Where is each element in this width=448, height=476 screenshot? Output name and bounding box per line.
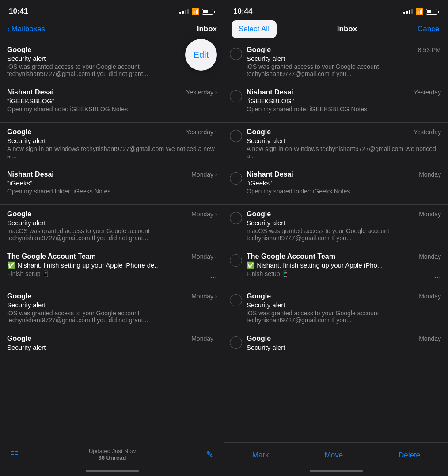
email-subject: Security alert [247,137,441,144]
signal-icon-1 [179,9,189,14]
email-preview: Finish setup 📱 [7,270,217,277]
email-time: Yesterday › [186,89,217,96]
email-subject: Security alert [7,137,217,144]
table-row[interactable]: Nishant Desai Yesterday "iGEEKSBLOG" Ope… [224,83,448,123]
email-time: Monday [419,171,441,178]
select-circle[interactable] [230,212,242,224]
email-preview: iOS was granted access to your Google ac… [7,63,217,77]
email-sender: Google [247,128,271,136]
email-subject: Security alert [7,344,217,351]
more-icon: ··· [210,273,217,282]
email-sender: Google [7,46,31,54]
table-row[interactable]: Google Monday › Security alert macOS was… [0,205,224,247]
status-time-1: 10:41 [9,7,28,16]
table-row[interactable]: Google 8:53 PM Security alert iOS was gr… [224,41,448,83]
status-bar-1: 10:41 📶 [0,0,224,19]
inbox-title-1: Inbox [197,25,217,34]
unread-count: 36 Unread [89,454,136,461]
back-button-1[interactable]: ‹ Mailboxes [7,25,45,34]
inbox-title-2: Inbox [337,25,357,34]
email-preview: Finish setup 📱 [247,270,441,277]
email-content: Google Monday Security alert macOS was g… [247,210,441,242]
email-preview: Open my shared folder: iGeeks Notes [7,188,217,195]
email-content: Google Yesterday › Security alert A new … [7,128,217,159]
status-time-2: 10:44 [233,7,252,16]
table-row[interactable]: The Google Account Team Monday › ✅ Nisha… [0,247,224,287]
email-preview: A new sign-in on Windows techynishant972… [7,145,217,159]
table-row[interactable]: Google Monday Security alert [224,329,448,369]
table-row[interactable]: Google Monday Security alert macOS was g… [224,205,448,247]
cancel-button[interactable]: Cancel [418,25,441,34]
select-circle[interactable] [230,172,242,185]
email-content: Nishant Desai Yesterday › "iGEEKSBLOG" O… [7,88,217,113]
select-circle[interactable] [230,48,242,60]
edit-button[interactable]: Edit [185,39,217,71]
email-preview: macOS was granted access to your Google … [247,227,441,242]
table-row[interactable]: Google Monday › Security alert [0,329,224,369]
select-circle[interactable] [230,336,242,349]
move-button[interactable]: Move [325,451,343,460]
email-content: The Google Account Team Monday ✅ Nishant… [247,253,441,277]
table-row[interactable]: Google Monday › Security alert iOS was g… [0,287,224,329]
nav-bar-2: Select All Inbox Cancel [224,19,448,41]
table-row[interactable]: Google Monday Security alert iOS was gra… [224,287,448,329]
email-preview: Open my shared note: iGEEKSBLOG Notes [247,106,441,113]
email-subject: Security alert [247,344,441,351]
email-sender: Google [247,46,271,54]
compose-icon[interactable]: ✎ [206,449,213,460]
email-sender: Nishant Desai [247,170,293,178]
email-time: Monday › [191,335,217,342]
email-time: Yesterday [414,128,441,136]
email-sender: Nishant Desai [7,88,54,96]
email-content: Google 8:53 PM Security alert iOS was gr… [247,46,441,77]
email-subject: "iGEEKSBLOG" [247,97,441,105]
table-row[interactable]: The Google Account Team Monday ✅ Nishant… [224,247,448,287]
table-row[interactable]: Google Yesterday Security alert A new si… [224,123,448,165]
email-preview: iOS was granted access to your Google ac… [7,310,217,324]
mark-button[interactable]: Mark [252,451,269,460]
email-subject: ✅ Nishant, finish setting up your Apple … [247,261,441,269]
select-circle[interactable] [230,90,242,102]
bottom-toolbar: Mark Move Delete [224,442,448,467]
nav-bar-1: ‹ Mailboxes Inbox Edit [0,19,224,41]
email-content: Google Monday › Security alert [7,335,217,352]
select-circle[interactable] [230,294,242,306]
email-subject: Security alert [247,219,441,227]
table-row[interactable]: Nishant Desai Monday › "iGeeks" Open my … [0,165,224,205]
email-sender: Google [7,128,31,136]
email-content: Nishant Desai Monday "iGeeks" Open my sh… [247,170,441,195]
status-icons-1: 📶 [179,8,215,15]
email-list-2: Google 8:53 PM Security alert iOS was gr… [224,41,448,442]
email-preview: iOS was granted access to your Google ac… [247,310,441,324]
email-content: Google Monday › Security alert iOS was g… [7,292,217,324]
select-circle[interactable] [230,254,242,267]
delete-button[interactable]: Delete [399,451,420,460]
email-subject: Security alert [7,219,217,227]
email-sender: Nishant Desai [7,170,54,178]
email-sender: Nishant Desai [247,88,293,96]
more-icon: ··· [434,273,441,282]
email-sender: Google [7,335,31,343]
table-row[interactable]: Nishant Desai Monday "iGeeks" Open my sh… [224,165,448,205]
email-time: Monday [419,293,441,300]
home-indicator-2 [224,467,448,476]
mailboxes-link[interactable]: Mailboxes [11,25,46,34]
footer-1: ☷ Updated Just Now 36 Unread ✎ [0,441,224,467]
select-circle[interactable] [230,130,242,142]
email-sender: Google [7,210,31,218]
select-all-button[interactable]: Select All [232,20,277,38]
email-preview: Open my shared note: iGEEKSBLOG Notes [7,106,217,113]
table-row[interactable]: Google Yesterday › Security alert A new … [0,123,224,165]
home-indicator-1 [0,467,224,476]
filter-icon[interactable]: ☷ [11,449,19,460]
email-sender: Google [247,335,271,343]
table-row[interactable]: Nishant Desai Yesterday › "iGEEKSBLOG" O… [0,83,224,123]
email-time: 8:53 PM [418,46,441,53]
chevron-left-icon-1: ‹ [7,25,10,34]
update-info: Updated Just Now 36 Unread [89,448,136,461]
email-preview: A new sign-in on Windows techynishant972… [247,145,441,159]
email-sender: Google [7,292,31,300]
email-content: Nishant Desai Yesterday "iGEEKSBLOG" Ope… [247,88,441,113]
email-subject: "iGeeks" [247,179,441,187]
email-subject: "iGeeks" [7,179,217,187]
